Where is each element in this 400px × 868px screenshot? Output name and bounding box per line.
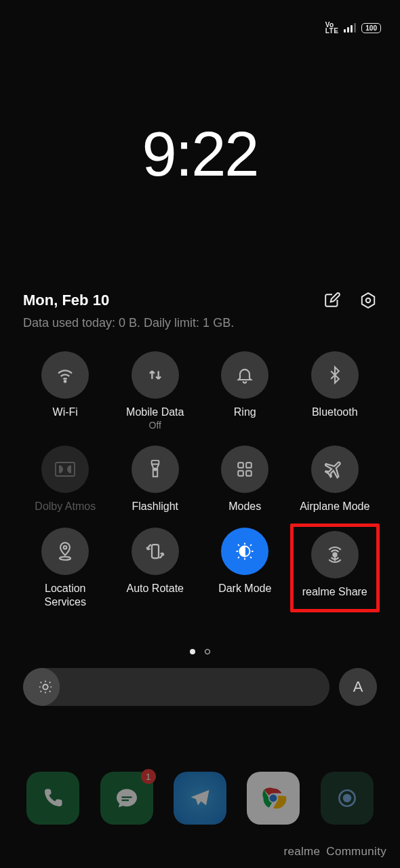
svg-rect-3 (56, 462, 75, 476)
tile-dolby-atmos[interactable]: Dolby Atmos (20, 441, 111, 517)
date-label: Mon, Feb 10 (23, 292, 109, 309)
svg-rect-7 (246, 462, 252, 468)
bluetooth-icon (325, 366, 344, 384)
tile-dark-mode[interactable]: Dark Mode (200, 524, 290, 612)
rotate-icon (145, 541, 165, 561)
status-bar: Vo LTE 100 (325, 22, 381, 34)
signal-indicator (344, 23, 356, 33)
watermark-sub: Community (326, 845, 386, 858)
location-pin-icon (56, 541, 75, 561)
tile-label: Flashlight (132, 500, 178, 513)
watermark: realme Community (284, 845, 386, 859)
edit-icon[interactable] (324, 292, 342, 309)
svg-rect-4 (151, 460, 159, 464)
tile-bluetooth[interactable]: Bluetooth (290, 347, 380, 435)
svg-rect-12 (152, 545, 159, 558)
tile-modes[interactable]: Modes (200, 441, 290, 517)
wifi-icon (55, 365, 75, 385)
tile-auto-rotate[interactable]: Auto Rotate (111, 524, 201, 612)
tile-ring[interactable]: Ring (200, 347, 290, 435)
svg-rect-8 (239, 471, 244, 476)
brightness-control: A (23, 668, 377, 706)
tile-label: Ring (234, 406, 256, 418)
battery-indicator: 100 (361, 23, 381, 33)
svg-rect-9 (246, 471, 252, 476)
tile-label: Location Services (45, 582, 86, 608)
share-broadcast-icon (324, 544, 346, 566)
phone-app-icon[interactable] (26, 772, 79, 825)
svg-point-2 (64, 380, 66, 382)
svg-point-5 (154, 469, 156, 471)
volte-indicator: Vo LTE (325, 22, 339, 34)
messages-app-icon[interactable]: 1 (100, 772, 153, 825)
home-dock: 1 (0, 772, 400, 825)
panel-header: Mon, Feb 10 (23, 292, 377, 309)
svg-point-1 (366, 298, 371, 303)
dark-mode-icon (235, 541, 255, 561)
tile-label: Wi-Fi (53, 406, 78, 418)
clock-display: 9:22 (142, 119, 258, 190)
tile-label: Bluetooth (312, 406, 358, 418)
svg-point-14 (333, 553, 336, 557)
tile-airplane-mode[interactable]: Airplane Mode (290, 441, 380, 517)
telegram-app-icon[interactable] (174, 772, 226, 825)
flashlight-icon (146, 459, 164, 479)
brightness-slider[interactable] (23, 668, 329, 706)
airplane-icon (325, 459, 345, 479)
camera-app-icon[interactable] (321, 772, 374, 825)
svg-rect-6 (239, 462, 244, 468)
chrome-app-icon[interactable] (247, 772, 300, 825)
quick-settings-grid: Wi-Fi Mobile Data Off Ring Bluetooth (20, 347, 380, 612)
svg-point-20 (344, 795, 351, 802)
watermark-brand: realme (284, 845, 321, 858)
svg-point-10 (64, 546, 67, 549)
tile-sublabel: Off (149, 420, 161, 431)
page-indicator (190, 649, 210, 654)
svg-marker-0 (362, 293, 374, 308)
auto-brightness-toggle[interactable]: A (339, 668, 377, 706)
tile-label: Modes (228, 500, 261, 513)
tile-label: Auto Rotate (127, 582, 184, 595)
tile-mobile-data[interactable]: Mobile Data Off (111, 347, 201, 435)
tile-label: Dark Mode (218, 582, 271, 595)
tile-wifi[interactable]: Wi-Fi (20, 347, 111, 435)
tile-label: realme Share (302, 585, 367, 598)
page-dot (205, 649, 210, 654)
tile-label: Dolby Atmos (35, 500, 96, 513)
tile-flashlight[interactable]: Flashlight (111, 441, 201, 517)
brightness-icon (38, 679, 53, 694)
tile-realme-share[interactable]: realme Share (290, 524, 380, 612)
settings-icon[interactable] (359, 292, 377, 309)
tile-label: Mobile Data (126, 406, 184, 418)
svg-point-15 (43, 684, 47, 689)
bell-icon (235, 366, 254, 384)
grid-icon (236, 460, 254, 478)
data-arrows-icon (146, 366, 165, 384)
notification-badge: 1 (141, 769, 156, 784)
tile-label: Airplane Mode (300, 500, 369, 513)
svg-point-11 (60, 557, 71, 560)
tile-location[interactable]: Location Services (20, 524, 111, 612)
data-usage-label: Data used today: 0 B. Daily limit: 1 GB. (23, 316, 234, 330)
page-dot-active (190, 649, 195, 654)
dolby-icon (55, 462, 75, 477)
